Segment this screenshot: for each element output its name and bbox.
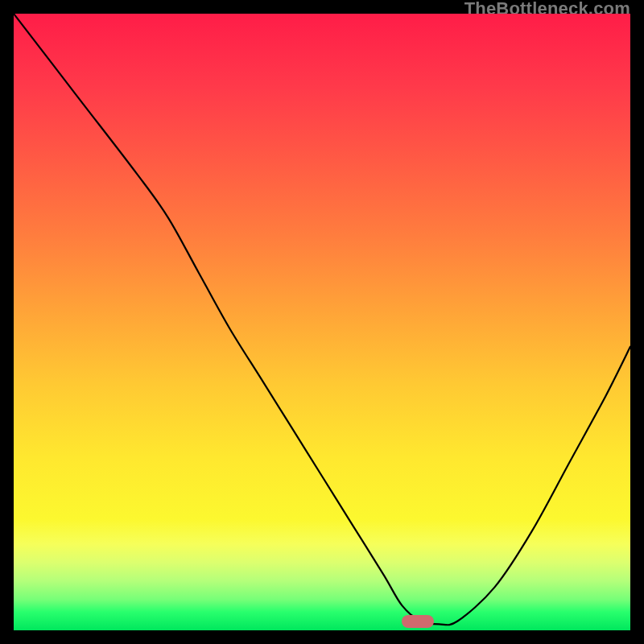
chart-frame: TheBottleneck.com bbox=[0, 0, 644, 644]
plot-area bbox=[14, 14, 630, 630]
bottleneck-curve bbox=[14, 14, 630, 630]
optimum-marker bbox=[402, 615, 434, 628]
